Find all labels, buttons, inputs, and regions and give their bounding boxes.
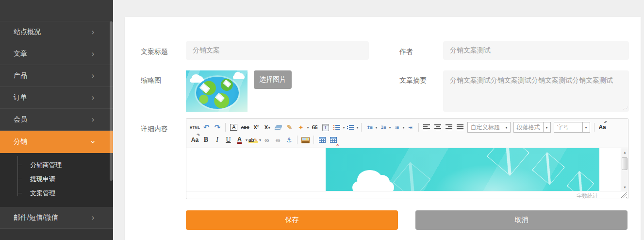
delete-table-icon[interactable]	[328, 135, 338, 145]
toolbar-separator	[418, 123, 419, 132]
save-button[interactable]: 保存	[186, 210, 398, 230]
blockquote-icon[interactable]: 66	[309, 122, 319, 133]
unlink-icon[interactable]: ∞	[273, 135, 283, 145]
anchor-icon[interactable]: ⚓	[284, 135, 294, 145]
style-box-icon[interactable]: A	[229, 122, 239, 133]
submenu-item-label: 文案管理	[30, 189, 55, 198]
paste-as-text-icon[interactable]: T	[320, 122, 330, 133]
editor-status-bar: 字数统计	[186, 191, 628, 199]
editor-scrollbar-thumb[interactable]	[622, 157, 627, 170]
undo-icon[interactable]: ↶	[201, 122, 211, 133]
dropdown-caret-icon[interactable]: ▾	[307, 125, 309, 130]
sidebar-item-products[interactable]: 产品 ›	[0, 65, 113, 87]
chevron-right-icon: ›	[91, 94, 95, 102]
paragraph-dropdown-label: 段落格式	[514, 123, 543, 132]
chevron-right-icon: ›	[91, 28, 95, 36]
sidebar-header	[0, 0, 113, 21]
redo-icon[interactable]: ↷	[212, 122, 222, 133]
chevron-down-icon[interactable]: ▾	[543, 122, 550, 132]
toolbar-separator	[594, 123, 594, 132]
submenu-item-withdrawal-application[interactable]: 提现申请	[0, 172, 113, 186]
submenu-item-label: 分销商管理	[30, 161, 62, 170]
sidebar-item-label: 订单	[14, 93, 27, 102]
dropdown-caret-icon[interactable]: ▾	[376, 125, 378, 130]
sidebar-item-site-overview[interactable]: 站点概况 ›	[0, 21, 113, 43]
align-right-icon[interactable]	[444, 122, 454, 133]
line-height-icon[interactable]: ↕≡	[392, 122, 402, 133]
rich-text-editor: HTML ↶ ↷ A ABC X² X₂ ✎ ✦ ▾ 66 T ▾ ▾ ↥≡	[186, 118, 628, 199]
summary-label: 文章摘要	[399, 76, 427, 85]
eraser-icon[interactable]	[273, 122, 283, 133]
insert-image-icon[interactable]	[300, 135, 311, 145]
sidebar-item-articles[interactable]: 文章 ›	[0, 43, 113, 65]
paragraph-spacing-top-icon[interactable]: ↥≡	[364, 122, 375, 133]
thumbnail-label: 缩略图	[141, 76, 161, 85]
scroll-up-icon[interactable]: ▲	[621, 149, 628, 155]
align-center-icon[interactable]	[433, 122, 443, 133]
font-color-icon[interactable]: A	[234, 135, 245, 145]
underline-icon[interactable]: U	[223, 135, 233, 145]
dropdown-caret-icon[interactable]: ▾	[356, 125, 358, 130]
fontsize-dropdown-label: 字号	[554, 123, 582, 132]
dropdown-caret-icon[interactable]: ▾	[259, 138, 261, 142]
align-justify-icon[interactable]	[455, 122, 465, 133]
heading-dropdown-label: 自定义标题	[468, 123, 503, 132]
ordered-list-icon[interactable]	[331, 122, 342, 133]
dropdown-caret-icon[interactable]: ▾	[343, 125, 345, 130]
editor-content-area[interactable]: ▲ ▼	[186, 148, 628, 191]
chevron-down-icon[interactable]: ▾	[582, 122, 590, 132]
sidebar-item-email-sms-wechat[interactable]: 邮件/短信/微信 ›	[0, 207, 113, 229]
link-icon[interactable]: ∞	[262, 135, 272, 145]
chevron-right-icon: ›	[91, 116, 95, 124]
author-input[interactable]	[443, 41, 629, 60]
dropdown-caret-icon[interactable]: ▾	[403, 125, 405, 130]
dropdown-caret-icon[interactable]: ▾	[246, 138, 248, 142]
paragraph-spacing-bottom-icon[interactable]: ↧≡	[378, 122, 388, 133]
align-left-icon[interactable]	[422, 122, 432, 133]
format-brush-icon[interactable]: ✎	[284, 122, 295, 133]
dropdown-caret-icon[interactable]: ▾	[389, 125, 391, 130]
title-label: 文案标题	[141, 48, 168, 56]
heading-dropdown[interactable]: 自定义标题 ▾	[467, 122, 511, 133]
paragraph-format-dropdown[interactable]: 段落格式 ▾	[513, 122, 551, 133]
content-banner-image	[326, 148, 599, 191]
bold-icon[interactable]: B	[201, 135, 211, 145]
cancel-button[interactable]: 取消	[415, 210, 627, 230]
insert-table-icon[interactable]	[317, 135, 327, 145]
sidebar-item-distribution[interactable]: 分销 ›	[0, 131, 113, 153]
submenu-item-distributor-management[interactable]: 分销商管理	[0, 158, 113, 172]
sidebar-item-label: 分销	[14, 137, 27, 146]
subscript-icon[interactable]: X₂	[262, 122, 272, 133]
scroll-down-icon[interactable]: ▼	[621, 184, 628, 190]
author-label: 作者	[399, 48, 413, 56]
textarea-resize-grip[interactable]: ⡠⠔	[623, 105, 627, 110]
chevron-down-icon[interactable]: ▾	[503, 122, 510, 132]
submenu-item-copywriting-management[interactable]: 文案管理	[0, 186, 113, 200]
sidebar-item-orders[interactable]: 订单 ›	[0, 87, 113, 109]
sidebar-item-partial	[0, 229, 113, 240]
indent-icon[interactable]: ⇥	[405, 122, 415, 133]
toolbar-separator	[225, 123, 226, 132]
auto-typeset-icon[interactable]: ✦	[296, 122, 306, 133]
globe-illustration	[196, 77, 239, 109]
html-source-icon[interactable]: HTML	[190, 122, 200, 133]
unordered-list-icon[interactable]	[345, 122, 355, 133]
sidebar: 站点概况 › 文章 › 产品 › 订单 › 会员 › 分销 › 分销商管理 提现…	[0, 0, 113, 240]
strikethrough-icon[interactable]: ABC	[240, 122, 250, 133]
uppercase-icon[interactable]: Aa	[597, 122, 608, 133]
title-input[interactable]	[186, 41, 369, 60]
editor-scrollbar[interactable]: ▲ ▼	[621, 148, 628, 191]
summary-textarea[interactable]: 分销文案测试分销文案测试分销文案测试分销文案测试	[443, 70, 629, 112]
highlight-color-icon[interactable]: ab	[248, 135, 258, 145]
italic-icon[interactable]: I	[212, 135, 222, 145]
editor-resize-grip[interactable]	[621, 192, 627, 198]
lowercase-icon[interactable]: Aa	[190, 135, 200, 145]
sidebar-scrollbar-thumb[interactable]	[110, 21, 113, 181]
submenu-item-label: 提现申请	[30, 175, 55, 184]
superscript-icon[interactable]: X²	[251, 122, 261, 133]
thumbnail-image[interactable]	[186, 70, 248, 112]
font-size-dropdown[interactable]: 字号 ▾	[554, 122, 590, 133]
sidebar-item-members[interactable]: 会员 ›	[0, 109, 113, 131]
pick-image-button[interactable]: 选择图片	[254, 70, 292, 89]
sidebar-submenu-distribution: 分销商管理 提现申请 文案管理	[0, 153, 113, 207]
